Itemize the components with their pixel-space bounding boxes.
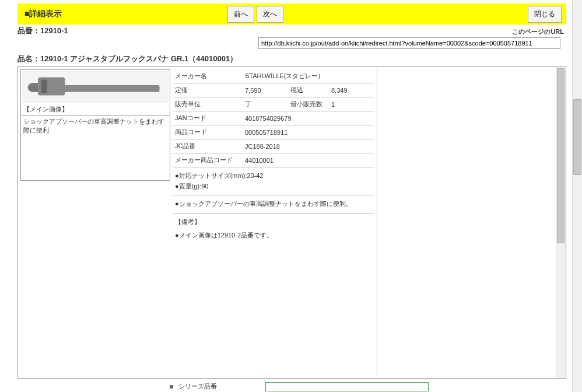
table-row: 販売単位 丁 最小販売数 1 [173,97,374,111]
spec-value: 7,590 [243,83,288,97]
spec-value: 8,349 [329,83,374,97]
left-column: 【メイン画像】 ショックアブソーバーの車高調整ナットをまわす際に便利 [18,67,173,378]
image-caption: 【メイン画像】 [22,103,169,114]
spec-label: 商品コード [173,125,243,139]
item-code-label: 品番：12910-1 [17,26,68,36]
product-image [22,71,169,103]
spec-label: 税込 [288,83,329,97]
next-button[interactable]: 次へ [257,6,283,23]
bullet-text: ●メイン画像は12910-2品番です。 [175,230,372,241]
page-title: ■詳細表示 [24,9,62,19]
page-url-input[interactable] [258,37,560,49]
spec-label: 定価 [173,83,243,97]
main-area: ■詳細表示 前へ 次へ 閉じる 品番：12910-1 このページのURL 品名：… [0,0,572,392]
spec-value: 000505718911 [243,125,374,139]
bullet-text: ●ショックアブソーバーの車高調整ナットをまわす際に便利。 [175,199,372,209]
remarks-label: 【備考】 [175,217,372,228]
series-row: シリーズ品番 [17,382,566,391]
spec-value: JC188-2018 [243,139,374,153]
table-row: 商品コード000505718911 [173,125,374,139]
svg-rect-3 [41,79,47,93]
page-scrollbar[interactable] [572,0,582,392]
item-code-value: 12910-1 [40,26,68,35]
spec-label: JANコード [173,111,243,125]
page-url-label: このページのURL [512,27,566,36]
table-row: JC品番JC188-2018 [173,139,374,153]
spec-label: メーカー商品コード [173,153,243,167]
notes-block-1: ●対応ナットサイズ(mm):20-42 ●質量(g):90 [173,167,374,195]
inner-scrollbar-thumb[interactable] [557,68,565,243]
right-column [377,69,553,376]
table-row: 定価 7,590 税込 8,349 [173,83,374,97]
spec-table: メーカー名STAHLWILLE(スタビレー) 定価 7,590 税込 8,349… [173,69,374,167]
product-image-box: 【メイン画像】 [20,69,170,116]
bullet-icon [170,385,173,388]
notes-block-2: ●ショックアブソーバーの車高調整ナットをまわす際に便利。 [173,195,374,214]
table-row: JANコード4018754029679 [173,111,374,125]
table-row: メーカー商品コード44010001 [173,153,374,167]
bullet-text: ●質量(g):90 [175,181,372,192]
bullet-text: ●対応ナットサイズ(mm):20-42 [175,171,372,181]
svg-rect-2 [64,85,159,92]
prev-button[interactable]: 前へ [227,6,254,23]
spec-value: 44010001 [243,153,374,167]
spec-label: 販売単位 [173,97,243,111]
remarks-block: 【備考】 ●メイン画像は12910-2品番です。 [173,214,374,244]
spec-column: メーカー名STAHLWILLE(スタビレー) 定価 7,590 税込 8,349… [173,67,377,378]
spec-value: 丁 [243,97,288,111]
header-bar: ■詳細表示 前へ 次へ 閉じる [17,4,566,24]
series-label: シリーズ品番 [178,383,217,390]
page-scrollbar-thumb[interactable] [573,99,581,175]
short-desc-box: ショックアブソーバーの車高調整ナットをまわす際に便利 [20,116,170,181]
table-row: メーカー名STAHLWILLE(スタビレー) [173,69,374,83]
item-name-row: 品名：12910-1 アジャスタブルフックスパナ GR.1（44010001） [17,54,566,64]
spec-value: 4018754029679 [243,111,374,125]
series-box [265,382,429,391]
close-button[interactable]: 閉じる [528,6,562,23]
content-frame: 【メイン画像】 ショックアブソーバーの車高調整ナットをまわす際に便利 メーカー名… [17,66,566,379]
spec-value: 1 [329,97,374,111]
item-name: 12910-1 アジャスタブルフックスパナ GR.1（44010001） [40,54,237,63]
spec-label: メーカー名 [173,69,243,83]
spec-label: 最小販売数 [288,97,329,111]
spec-value: STAHLWILLE(スタビレー) [243,69,374,83]
inner-scrollbar[interactable] [556,67,566,378]
spec-label: JC品番 [173,139,243,153]
